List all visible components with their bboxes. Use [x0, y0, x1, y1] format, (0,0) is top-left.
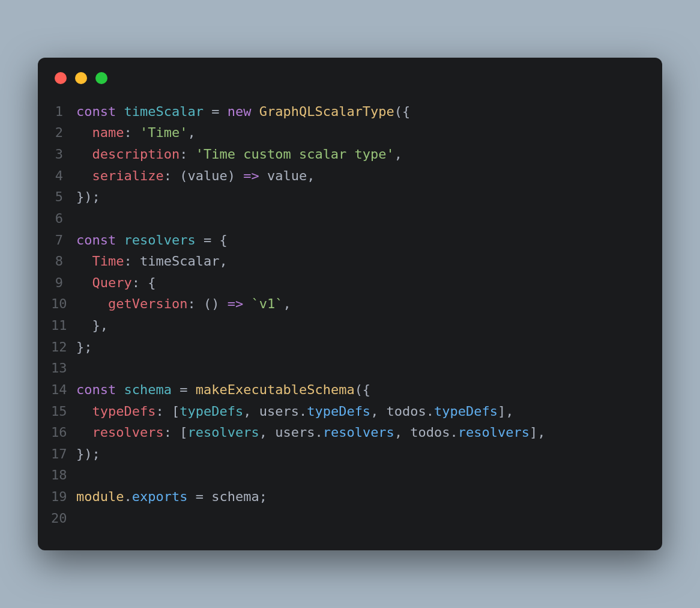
token: [76, 404, 92, 419]
token: GraphQLScalarType: [259, 104, 394, 119]
token: [76, 168, 92, 183]
token: typeDefs: [434, 404, 498, 419]
line-number: 5: [51, 186, 76, 208]
token: [196, 233, 204, 248]
token: =: [196, 489, 204, 504]
line-number: 12: [51, 336, 76, 358]
token: schema: [124, 382, 171, 397]
line-content: Time: timeScalar,: [76, 251, 645, 272]
token: =: [180, 382, 187, 397]
token: : (: [164, 168, 188, 183]
token: [251, 104, 259, 119]
token: },: [76, 318, 108, 333]
line-number: 3: [51, 144, 76, 165]
token: [187, 489, 195, 504]
token: exports: [132, 489, 188, 504]
line-number: 9: [51, 272, 76, 294]
code-line: 3 description: 'Time custom scalar type'…: [51, 144, 645, 165]
token: , todos.: [370, 404, 434, 419]
token: module: [76, 489, 124, 504]
code-line: 19module.exports = schema;: [51, 486, 645, 508]
line-content: getVersion: () => `v1`,: [76, 293, 645, 315]
token: Query: [92, 275, 132, 290]
line-number: 8: [51, 251, 76, 272]
line-number: 13: [51, 357, 76, 379]
line-content: const schema = makeExecutableSchema({: [76, 379, 645, 401]
token: :: [124, 125, 140, 140]
token: , users.: [259, 425, 323, 440]
token: 'Time': [140, 125, 187, 140]
token: ({: [394, 104, 411, 119]
token: const: [76, 382, 124, 397]
line-content: [76, 357, 645, 379]
line-content: name: 'Time',: [76, 122, 645, 144]
line-content: },: [76, 315, 645, 336]
token: =: [204, 233, 211, 248]
token: value: [187, 168, 227, 183]
token: typeDefs: [92, 404, 156, 419]
code-line: 14const schema = makeExecutableSchema({: [51, 379, 645, 401]
close-icon[interactable]: [55, 72, 67, 84]
line-number: 14: [51, 379, 76, 401]
token: resolvers: [458, 425, 530, 440]
code-line: 7const resolvers = {: [51, 230, 645, 251]
token: description: [92, 147, 180, 162]
token: [76, 147, 92, 162]
line-content: typeDefs: [typeDefs, users.typeDefs, tod…: [76, 401, 645, 422]
token: [76, 425, 92, 440]
token: =>: [228, 296, 244, 311]
line-content: [76, 508, 645, 529]
token: const: [76, 233, 124, 248]
token: [204, 104, 211, 119]
token: ): [228, 168, 244, 183]
code-line: 18: [51, 464, 645, 486]
token: new: [228, 104, 252, 119]
token: getVersion: [108, 296, 187, 311]
token: typeDefs: [307, 404, 370, 419]
line-content: resolvers: [resolvers, users.resolvers, …: [76, 422, 645, 443]
token: resolvers: [187, 425, 259, 440]
code-line: 16 resolvers: [resolvers, users.resolver…: [51, 422, 645, 443]
minimize-icon[interactable]: [75, 72, 87, 84]
line-number: 10: [51, 293, 76, 315]
code-line: 5});: [51, 186, 645, 208]
token: resolvers: [124, 233, 195, 248]
token: Time: [92, 254, 124, 269]
token: resolvers: [92, 425, 164, 440]
token: [243, 296, 251, 311]
token: [76, 125, 92, 140]
line-content: module.exports = schema;: [76, 486, 645, 508]
token: 'Time custom scalar type': [196, 147, 394, 162]
token: ],: [530, 425, 546, 440]
line-number: 16: [51, 422, 76, 443]
token: name: [92, 125, 124, 140]
code-line: 12};: [51, 336, 645, 358]
code-window: 1const timeScalar = new GraphQLScalarTyp…: [38, 58, 662, 551]
code-editor[interactable]: 1const timeScalar = new GraphQLScalarTyp…: [38, 96, 662, 534]
line-content: };: [76, 336, 645, 358]
token: value,: [259, 168, 315, 183]
code-line: 20: [51, 508, 645, 529]
line-content: });: [76, 443, 645, 465]
token: });: [76, 189, 100, 204]
line-number: 6: [51, 208, 76, 230]
token: [172, 382, 180, 397]
token: , users.: [243, 404, 307, 419]
maximize-icon[interactable]: [95, 72, 107, 84]
token: : (): [187, 296, 227, 311]
line-number: 4: [51, 165, 76, 187]
token: ],: [498, 404, 514, 419]
line-content: Query: {: [76, 272, 645, 294]
token: : {: [132, 275, 156, 290]
token: ({: [355, 382, 371, 397]
code-line: 13: [51, 357, 645, 379]
token: const: [76, 104, 124, 119]
line-number: 11: [51, 315, 76, 336]
token: =>: [243, 168, 259, 183]
code-line: 8 Time: timeScalar,: [51, 251, 645, 272]
titlebar: [38, 58, 662, 96]
code-line: 2 name: 'Time',: [51, 122, 645, 144]
line-content: [76, 208, 645, 230]
code-line: 11 },: [51, 315, 645, 336]
token: [76, 254, 92, 269]
